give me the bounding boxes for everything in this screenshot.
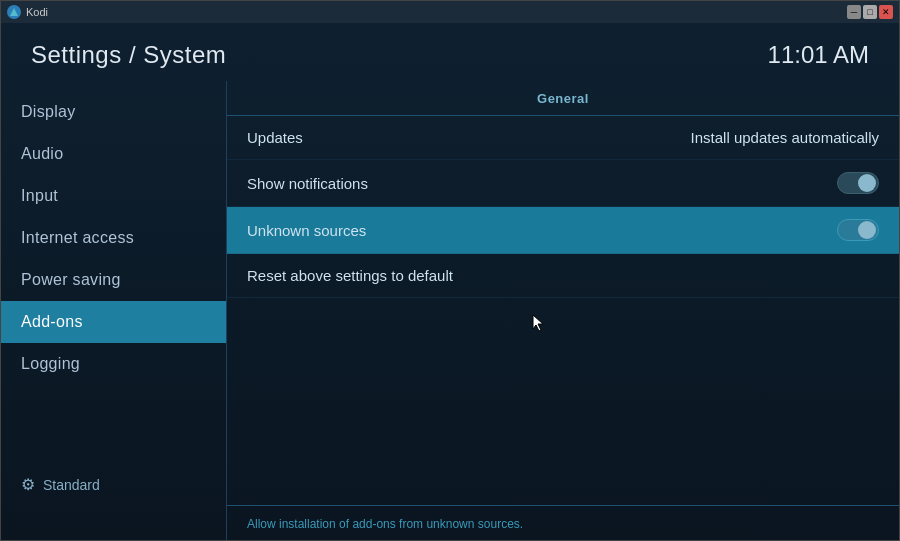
setting-label-updates: Updates [247,129,303,146]
title-bar: Kodi ─ □ ✕ [1,1,899,23]
status-text: Allow installation of add-ons from unkno… [247,517,523,531]
sidebar-item-power-saving[interactable]: Power saving [1,259,226,301]
body-container: Display Audio Input Internet access Powe… [1,81,899,540]
sidebar-item-internet-access[interactable]: Internet access [1,217,226,259]
sidebar-item-audio[interactable]: Audio [1,133,226,175]
maximize-button[interactable]: □ [863,5,877,19]
status-bar: Allow installation of add-ons from unkno… [227,505,899,540]
sidebar-item-add-ons[interactable]: Add-ons [1,301,226,343]
toggle-show-notifications[interactable] [837,172,879,194]
setting-label-show-notifications: Show notifications [247,175,368,192]
section-title: General [537,91,589,106]
kodi-icon [7,5,21,19]
sidebar-item-logging[interactable]: Logging [1,343,226,385]
clock: 11:01 AM [768,41,869,69]
window-title: Kodi [26,6,48,18]
gear-icon: ⚙ [21,475,35,494]
header: Settings / System 11:01 AM [1,23,899,81]
setting-label-unknown-sources: Unknown sources [247,222,366,239]
toggle-knob-show-notifications [858,174,876,192]
minimize-button[interactable]: ─ [847,5,861,19]
setting-row-reset[interactable]: Reset above settings to default [227,254,899,298]
svg-marker-0 [10,8,18,16]
title-bar-left: Kodi [7,5,48,19]
setting-value-updates: Install updates automatically [691,129,879,146]
main-content: Settings / System 11:01 AM Display Audio… [1,23,899,540]
sidebar-item-input[interactable]: Input [1,175,226,217]
sidebar-standard[interactable]: ⚙ Standard [1,465,226,504]
section-header: General [227,81,899,116]
standard-label: Standard [43,477,100,493]
page-title: Settings / System [31,41,226,69]
toggle-knob-unknown-sources [858,221,876,239]
close-button[interactable]: ✕ [879,5,893,19]
sidebar-item-display[interactable]: Display [1,91,226,133]
setting-label-reset: Reset above settings to default [247,267,453,284]
sidebar: Display Audio Input Internet access Powe… [1,81,226,540]
settings-panel: General Updates Install updates automati… [226,81,899,540]
title-bar-controls: ─ □ ✕ [847,5,893,19]
setting-row-unknown-sources[interactable]: Unknown sources [227,207,899,254]
setting-row-show-notifications[interactable]: Show notifications [227,160,899,207]
body-layout: Display Audio Input Internet access Powe… [1,81,899,540]
setting-row-updates[interactable]: Updates Install updates automatically [227,116,899,160]
window-frame: Kodi ─ □ ✕ Settings / System 11:01 AM Di… [0,0,900,541]
settings-rows: Updates Install updates automatically Sh… [227,116,899,505]
toggle-unknown-sources[interactable] [837,219,879,241]
